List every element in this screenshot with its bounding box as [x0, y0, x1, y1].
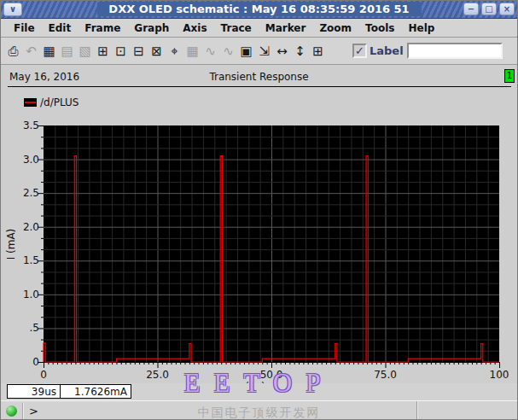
toolbar: ⎙↶▦▤▧⊞⊡⊟⊠⌖▦∿∿▣⇲↔↕⊞ ✓ Label — [1, 38, 517, 65]
analog-wave-icon: ∿ — [219, 42, 237, 61]
menu-tools[interactable]: Tools — [359, 20, 400, 36]
menu-file[interactable]: File — [8, 20, 41, 36]
command-prompt[interactable]: > — [29, 405, 38, 417]
y-axis-title: I (mA) — [5, 223, 17, 265]
table-icon: ▦ — [183, 42, 201, 61]
zoom-x-icon[interactable]: ↔ — [273, 42, 291, 61]
status-right-panel-divider — [417, 401, 418, 420]
legend: /d/PLUS — [24, 96, 79, 108]
title-bar[interactable]: ∨ DXX OLED schematic : May 16 08:35:59 2… — [1, 1, 517, 19]
status-bar: > — [1, 400, 517, 420]
label-checkbox-label: Label — [370, 44, 404, 57]
graph-area: May 16, 2016 Transient Response 1 /d/PLU… — [1, 65, 517, 383]
strip-rows-icon: ▤ — [58, 42, 76, 61]
legend-label[interactable]: /d/PLUS — [40, 96, 79, 108]
marker-time-readout: 39us — [7, 384, 61, 399]
y-tick-label: 3.5 — [17, 120, 39, 131]
menu-help[interactable]: Help — [402, 20, 440, 36]
y-tick-label: 2.5 — [17, 187, 39, 199]
marker-readout-row: 39us 1.7626mA — [1, 383, 517, 400]
menu-graph[interactable]: Graph — [128, 20, 175, 36]
plot-canvas[interactable] — [44, 125, 499, 362]
digital-wave-icon: ∿ — [201, 42, 219, 61]
x-tick-label: 75.0 — [370, 369, 401, 381]
legend-swatch — [24, 98, 37, 107]
x-tick-label: 25.0 — [143, 369, 173, 381]
waveform-window: ∨ DXX OLED schematic : May 16 08:35:59 2… — [0, 0, 518, 420]
y-tick-label: 1.5 — [17, 254, 39, 266]
calculator-icon[interactable]: ▣ — [237, 42, 255, 61]
label-checkbox[interactable]: ✓ — [352, 44, 367, 58]
strip-window-icon[interactable]: ⊟ — [130, 42, 148, 61]
marker-value-readout: 1.7626mA — [60, 384, 131, 399]
window-controls: −□× — [463, 3, 515, 15]
zoom-box-icon[interactable]: ⊞ — [309, 42, 327, 61]
y-tick-label: 3.0 — [17, 154, 39, 166]
print-icon[interactable]: ⎙ — [4, 42, 22, 61]
menu-marker[interactable]: Marker — [259, 20, 312, 36]
y-tick-label: 2.0 — [17, 221, 39, 233]
window-menu-button[interactable]: ∨ — [3, 3, 22, 16]
menu-frame[interactable]: Frame — [79, 20, 126, 36]
maximize-button[interactable]: □ — [481, 3, 497, 15]
menu-bar: FileEditFrameGraphAxisTraceMarkerZoomToo… — [1, 19, 517, 38]
x-tick-label: 50.0 — [256, 369, 287, 381]
new-window-icon[interactable]: ⊡ — [112, 42, 130, 61]
menu-trace[interactable]: Trace — [215, 20, 258, 36]
overlay-pages-icon: ▧ — [76, 42, 94, 61]
zoom-fit-icon[interactable]: ⇲ — [255, 42, 273, 61]
subwindow-icon[interactable]: ⊞ — [94, 42, 112, 61]
y-tick-label: .5 — [17, 322, 39, 334]
toolbar-icons: ⎙↶▦▤▧⊞⊡⊟⊠⌖▦∿∿▣⇲↔↕⊞ — [4, 42, 327, 61]
marker-probe-icon[interactable]: ⌖ — [166, 42, 183, 61]
y-tick-label: 1.0 — [17, 289, 39, 300]
menu-axis[interactable]: Axis — [177, 20, 212, 36]
label-group: ✓ Label — [352, 43, 503, 59]
undo-icon: ↶ — [22, 42, 40, 61]
pop-window-icon[interactable]: ⊠ — [148, 42, 166, 61]
close-button[interactable]: × — [499, 3, 515, 15]
graph-title: Transient Response — [1, 71, 517, 83]
zoom-y-icon[interactable]: ↕ — [291, 42, 309, 61]
label-input[interactable] — [407, 43, 503, 59]
x-tick-label: 0 — [28, 369, 59, 381]
menu-edit[interactable]: Edit — [43, 20, 78, 36]
window-number-badge[interactable]: 1 — [504, 69, 515, 83]
header-divider — [8, 86, 511, 87]
minimize-button[interactable]: − — [463, 3, 479, 15]
status-indicator-icon — [6, 405, 17, 417]
grid-icon[interactable]: ▦ — [40, 42, 58, 61]
y-tick-label: 0 — [17, 356, 39, 368]
window-title: DXX OLED schematic : May 16 08:35:59 201… — [96, 2, 421, 16]
menu-zoom[interactable]: Zoom — [313, 20, 358, 36]
status-separator — [22, 403, 23, 420]
x-tick-label: 100 — [484, 369, 515, 381]
